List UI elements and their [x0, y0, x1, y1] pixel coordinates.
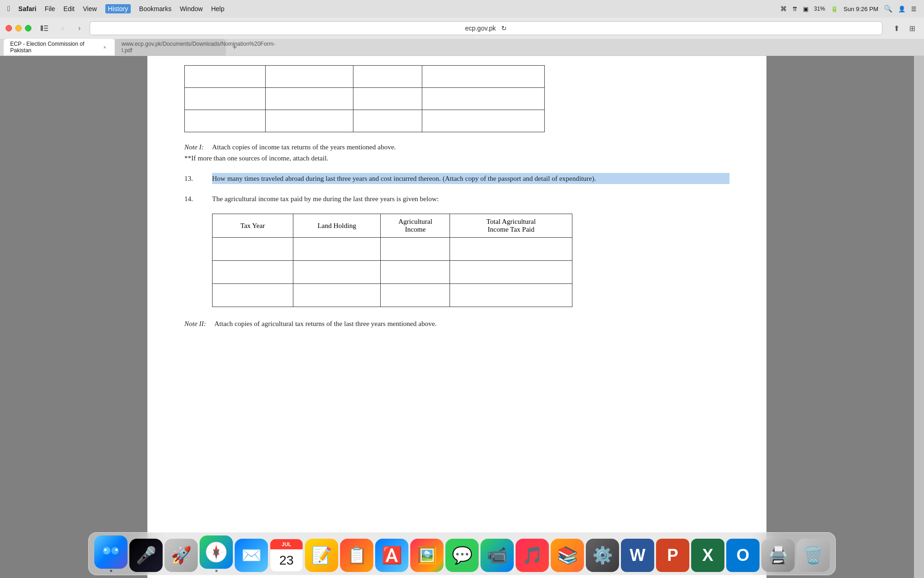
dock-siri[interactable]: 🎤 — [129, 539, 163, 572]
address-bar[interactable]: ecp.gov.pk ↻ — [90, 21, 882, 35]
new-tab-grid-button[interactable]: ⊞ — [906, 22, 918, 35]
tab-pdf[interactable]: www.ecp.gov.pk/Documents/Downloads/Nomin… — [115, 39, 226, 55]
dock-trash[interactable]: 🗑️ — [796, 539, 830, 572]
itunes-icon[interactable]: 🎵 — [516, 539, 549, 572]
svg-rect-2 — [44, 28, 48, 29]
powerpoint-icon[interactable]: P — [656, 539, 689, 572]
dock-mail[interactable]: ✉️ — [235, 539, 268, 572]
close-button[interactable] — [6, 25, 12, 31]
spotlight-search[interactable]: 🔍 — [884, 5, 893, 13]
tab-ecp-label: ECP - Election Commission of Pakistan — [10, 41, 98, 54]
item-14-text: The agricultural income tax paid by me d… — [212, 193, 729, 204]
note-1-subtext: **If more than one sources of income, at… — [184, 154, 328, 162]
systemprefs-icon[interactable]: ⚙️ — [586, 539, 619, 572]
outlook-icon[interactable]: O — [726, 539, 760, 572]
agri-cell — [381, 261, 450, 284]
dock-outlook[interactable]: O — [726, 539, 760, 572]
dock-notes[interactable]: 📝 — [305, 539, 338, 572]
forward-button[interactable]: › — [73, 22, 86, 35]
dock-excel[interactable]: X — [691, 539, 724, 572]
finder-icon[interactable] — [94, 535, 128, 569]
new-tab-button[interactable]: + — [228, 41, 241, 54]
dock-photos[interactable]: 🖼️ — [410, 539, 444, 572]
traffic-lights — [6, 25, 31, 31]
word-icon[interactable]: W — [621, 539, 654, 572]
svg-point-4 — [103, 547, 110, 554]
agri-col-landholding: Land Holding — [293, 214, 381, 238]
print-icon[interactable]: 🖨️ — [761, 539, 795, 572]
dock-systemprefs[interactable]: ⚙️ — [586, 539, 619, 572]
dock-appstore[interactable]: 🅰️ — [375, 539, 408, 572]
mail-icon[interactable]: ✉️ — [235, 539, 268, 572]
menu-file[interactable]: File — [45, 5, 55, 12]
tab-pdf-label: www.ecp.gov.pk/Documents/Downloads/Nomin… — [122, 41, 275, 54]
svg-rect-1 — [44, 25, 48, 26]
safari-icon[interactable] — [200, 535, 233, 569]
note-2-text: Attach copies of agricultural tax return… — [214, 320, 437, 327]
dock-facetime[interactable]: 📹 — [480, 539, 514, 572]
tab-ecp-close[interactable]: × — [102, 43, 108, 51]
menu-bookmarks[interactable]: Bookmarks — [139, 5, 171, 12]
dock-word[interactable]: W — [621, 539, 654, 572]
menu-edit[interactable]: Edit — [63, 5, 74, 12]
table-cell — [185, 88, 266, 110]
launchpad-icon[interactable]: 🚀 — [164, 539, 198, 572]
menu-help[interactable]: Help — [211, 5, 225, 12]
appstore-icon[interactable]: 🅰️ — [375, 539, 408, 572]
safari-dot — [215, 570, 218, 572]
agri-table-row-1 — [213, 238, 572, 261]
table-cell — [185, 110, 266, 132]
note-1: Note I: Attach copies of income tax retu… — [184, 141, 729, 164]
siri-icon[interactable]: 🎤 — [129, 539, 163, 572]
dock-ibooks[interactable]: 📚 — [551, 539, 584, 572]
table-cell — [422, 88, 545, 110]
ibooks-icon[interactable]: 📚 — [551, 539, 584, 572]
menu-window[interactable]: Window — [180, 5, 203, 12]
dock-calendar[interactable]: JUL 23 — [270, 539, 303, 572]
agri-table-row-2 — [213, 261, 572, 284]
table-cell — [265, 66, 353, 88]
note-1-text: Attach copies of income tax returns of t… — [212, 143, 396, 151]
dock-powerpoint[interactable]: P — [656, 539, 689, 572]
calendar-icon[interactable]: JUL 23 — [270, 539, 303, 572]
tab-ecp[interactable]: ECP - Election Commission of Pakistan × — [4, 39, 115, 55]
minimize-button[interactable] — [15, 25, 22, 31]
facetime-icon[interactable]: 📹 — [480, 539, 514, 572]
messages-icon[interactable]: 💬 — [445, 539, 479, 572]
photos-icon[interactable]: 🖼️ — [410, 539, 444, 572]
sidebar-toggle-button[interactable] — [38, 22, 51, 35]
item-14-row: 14. The agricultural income tax paid by … — [184, 193, 729, 204]
maximize-button[interactable] — [25, 25, 31, 31]
dock-messages[interactable]: 💬 — [445, 539, 479, 572]
reminders-icon[interactable]: 📋 — [340, 539, 373, 572]
dock-reminders[interactable]: 📋 — [340, 539, 373, 572]
dock-safari[interactable] — [200, 535, 233, 572]
user-icon[interactable]: 👤 — [898, 6, 906, 12]
menu-safari[interactable]: Safari — [18, 5, 36, 12]
wifi-icon: ⌘ — [780, 5, 787, 12]
menu-history[interactable]: History — [105, 4, 131, 13]
dock-finder[interactable] — [94, 535, 128, 572]
reload-button[interactable]: ↻ — [501, 25, 507, 32]
table-cell — [265, 88, 353, 110]
menu-view[interactable]: View — [83, 5, 97, 12]
dock-launchpad[interactable]: 🚀 — [164, 539, 198, 572]
item-13-text: How many times traveled abroad during la… — [212, 173, 729, 184]
notes-icon[interactable]: 📝 — [305, 539, 338, 572]
battery-icon: 🔋 — [831, 6, 838, 12]
time-display: Sun 9:26 PM — [844, 6, 878, 12]
dock-itunes[interactable]: 🎵 — [516, 539, 549, 572]
right-sidebar-scrollbar[interactable] — [914, 56, 924, 578]
control-center-icon[interactable]: ☰ — [911, 6, 917, 12]
finder-dot — [110, 570, 112, 572]
trash-icon[interactable]: 🗑️ — [796, 539, 830, 572]
apple-menu[interactable]:  — [7, 5, 10, 13]
table-row — [185, 66, 545, 88]
table-cell — [353, 110, 422, 132]
back-button[interactable]: ‹ — [56, 22, 69, 35]
excel-icon[interactable]: X — [691, 539, 724, 572]
share-button[interactable]: ⬆ — [890, 22, 903, 35]
dock-print[interactable]: 🖨️ — [761, 539, 795, 572]
table-row — [185, 88, 545, 110]
pdf-page: Note I: Attach copies of income tax retu… — [147, 56, 766, 578]
